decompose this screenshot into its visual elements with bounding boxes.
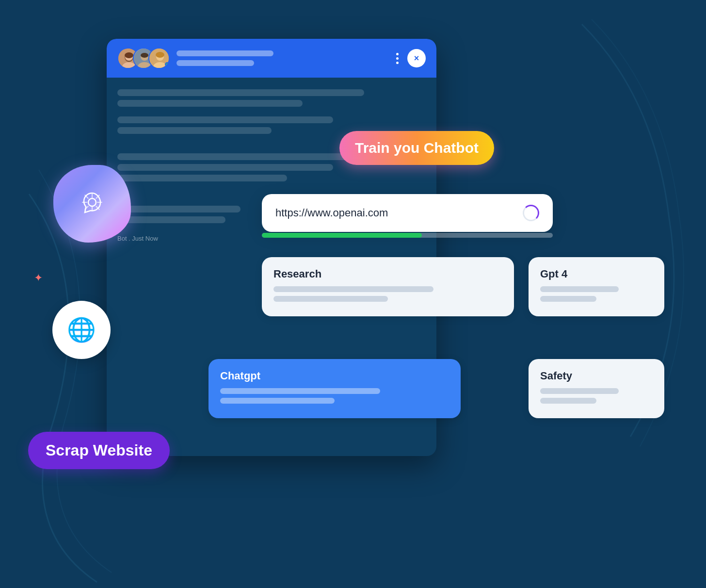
gpt4-card: Gpt 4 <box>529 257 664 316</box>
header-name-bar <box>176 50 273 56</box>
more-options-button[interactable] <box>396 53 399 64</box>
msg-bar <box>117 164 333 171</box>
avatar-group <box>117 48 170 69</box>
svg-point-3 <box>125 52 133 58</box>
msg-bar <box>117 216 225 223</box>
msg-bar <box>117 100 303 107</box>
research-bar-1 <box>273 286 433 292</box>
safety-card: Safety <box>529 359 664 418</box>
safety-bar-1 <box>540 388 619 394</box>
gpt4-bar-2 <box>540 296 596 302</box>
svg-point-11 <box>156 52 164 58</box>
gpt4-bar-1 <box>540 286 619 292</box>
chat-header: × <box>107 39 436 78</box>
research-bar-2 <box>273 296 388 302</box>
msg-bar <box>117 153 364 160</box>
globe-circle-icon: 🌐 <box>52 301 111 359</box>
close-button[interactable]: × <box>407 49 426 67</box>
chatgpt-card-title: Chatgpt <box>220 370 449 382</box>
svg-point-7 <box>141 53 148 58</box>
train-chatbot-badge: Train you Chatbot <box>339 131 494 165</box>
safety-bar-2 <box>540 398 596 404</box>
chatgpt-bar-1 <box>220 388 380 394</box>
research-card-title: Research <box>273 268 502 280</box>
chatgpt-bar-2 <box>220 398 335 404</box>
url-text[interactable]: https://www.openai.com <box>275 207 388 219</box>
safety-card-title: Safety <box>540 370 653 382</box>
header-status-bar <box>176 60 254 66</box>
globe-icon: 🌐 <box>67 316 96 343</box>
openai-logo-blob <box>53 165 131 243</box>
msg-bar <box>117 127 272 134</box>
scrap-website-button[interactable]: Scrap Website <box>28 432 170 469</box>
msg-bar <box>117 206 241 212</box>
msg-bar <box>117 116 333 123</box>
avatar-3 <box>148 48 170 69</box>
header-actions: × <box>396 49 426 67</box>
chatgpt-card: Chatgpt <box>209 359 461 418</box>
sparkle-red-1: ✦ <box>34 272 43 284</box>
progress-bar-fill <box>262 233 422 238</box>
message-group-1 <box>117 89 426 107</box>
online-indicator <box>165 62 170 67</box>
progress-bar-container <box>262 233 553 238</box>
loading-spinner <box>523 205 539 221</box>
gpt4-card-title: Gpt 4 <box>540 268 653 280</box>
svg-point-13 <box>88 198 96 206</box>
msg-bar <box>117 175 287 181</box>
url-input-card: https://www.openai.com <box>262 194 553 232</box>
msg-bar <box>117 89 364 96</box>
header-text <box>176 50 389 66</box>
research-card: Research <box>262 257 514 316</box>
